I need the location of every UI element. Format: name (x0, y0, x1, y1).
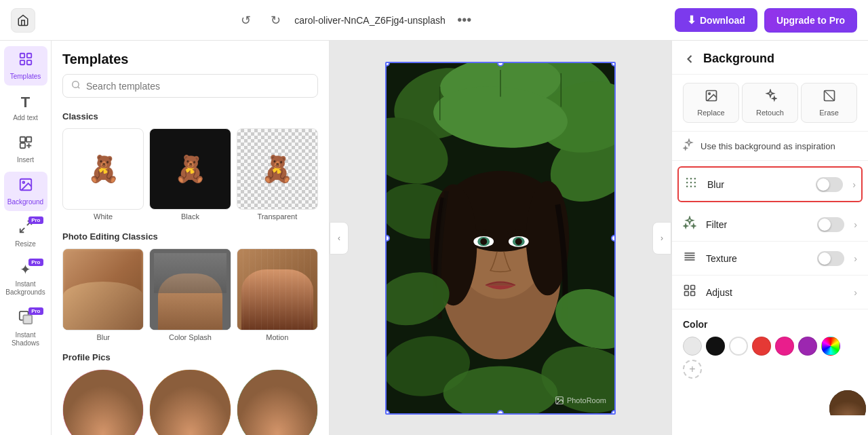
template-item-black[interactable]: 🧸 Black (149, 128, 231, 221)
svg-point-45 (557, 398, 559, 400)
templates-scroll: Classics 🧸 White 🧸 Black 🧸 (52, 106, 329, 435)
sidebar-item-insert[interactable]: Insert (4, 130, 47, 169)
sidebar-item-resize[interactable]: Pro Resize (4, 214, 47, 253)
search-box[interactable] (62, 74, 318, 98)
color-section: Color + (672, 309, 868, 388)
classics-section-title: Classics (62, 111, 318, 121)
swatch-light[interactable] (683, 337, 702, 356)
template-name-transparent: Transparent (257, 212, 297, 221)
profile-pics-section-title: Profile Pics (62, 352, 318, 362)
redo-button[interactable]: ↻ (264, 10, 286, 31)
template-name-blur: Blur (96, 333, 110, 341)
swatch-red[interactable] (752, 337, 771, 356)
svg-point-53 (686, 182, 688, 184)
tool-buttons: Replace Retouch Erase (672, 75, 868, 132)
insert-icon (18, 135, 33, 153)
background-icon (18, 177, 33, 195)
svg-line-14 (78, 87, 80, 89)
topbar: ↺ ↻ carol-oliver-NnCA_Z6Fjg4-unsplash ••… (0, 0, 868, 41)
tool-replace[interactable]: Replace (683, 83, 739, 123)
swatch-add-button[interactable]: + (683, 360, 702, 379)
svg-rect-2 (20, 60, 24, 64)
inspiration-row[interactable]: Use this background as inspiration (672, 132, 868, 161)
right-panel: Background Replace (671, 41, 868, 435)
sidebar-item-text[interactable]: T Add text (4, 88, 47, 127)
template-item-profile-1[interactable] (62, 369, 144, 435)
replace-label: Replace (697, 109, 724, 117)
search-input[interactable] (86, 81, 309, 92)
adjust-chevron: › (854, 287, 857, 298)
teddy-white: 🧸 (87, 154, 119, 184)
filter-feature-row[interactable]: Filter › (672, 208, 868, 242)
svg-rect-6 (20, 143, 24, 148)
adjust-label: Adjust (706, 287, 844, 298)
blur-feature-row[interactable]: Blur › (679, 168, 861, 201)
classics-grid: 🧸 White 🧸 Black 🧸 Transparent (62, 128, 318, 221)
pro-badge-resize: Pro (28, 216, 43, 224)
filter-icon (683, 216, 699, 233)
handle-top-right[interactable] (611, 62, 616, 67)
inspiration-icon (683, 138, 695, 153)
sidebar-item-background[interactable]: Background (4, 172, 47, 211)
sidebar-item-instant-shadows[interactable]: Pro InstantShadows (4, 305, 47, 353)
texture-feature-row[interactable]: Texture › (672, 242, 868, 276)
photo-editing-section-title: Photo Editing Classics (62, 231, 318, 242)
tool-retouch[interactable]: Retouch (742, 83, 798, 123)
canvas-toggle-left[interactable]: ‹ (330, 222, 349, 254)
handle-bottom-right[interactable] (611, 410, 616, 415)
download-button[interactable]: ⬇ Download (675, 8, 757, 32)
undo-button[interactable]: ↺ (235, 10, 256, 31)
replace-icon (705, 89, 718, 106)
template-item-motion[interactable]: Motion (237, 248, 318, 341)
template-item-white[interactable]: 🧸 White (62, 128, 144, 221)
swatch-rainbow[interactable] (821, 337, 840, 356)
erase-label: Erase (819, 109, 839, 117)
filter-chevron: › (854, 219, 857, 230)
adjust-feature-row[interactable]: Adjust › (672, 276, 868, 309)
home-button[interactable] (11, 8, 35, 33)
retouch-icon (764, 89, 777, 106)
template-thumb-color-splash (149, 248, 231, 330)
template-item-blur[interactable]: Blur (62, 248, 144, 341)
swatch-purple[interactable] (798, 337, 817, 356)
sidebar-item-templates[interactable]: Templates (4, 46, 47, 86)
svg-point-50 (686, 178, 688, 180)
texture-toggle[interactable] (817, 251, 844, 266)
svg-rect-63 (685, 286, 689, 290)
swatch-black[interactable] (706, 337, 725, 356)
more-options-button[interactable]: ••• (454, 10, 475, 31)
template-item-transparent[interactable]: 🧸 Transparent (237, 128, 318, 221)
text-icon: T (21, 94, 30, 111)
svg-rect-3 (26, 60, 31, 64)
sidebar-item-instant-backgrounds[interactable]: Pro ✦ InstantBackgrounds (4, 256, 47, 302)
svg-rect-66 (685, 292, 689, 296)
teddy-black: 🧸 (174, 154, 206, 184)
handle-bottom-middle[interactable] (497, 410, 504, 415)
svg-point-35 (480, 238, 487, 245)
filter-toggle[interactable] (817, 217, 844, 232)
watermark: PhotoRoom (555, 396, 606, 405)
canvas-toggle-right[interactable]: › (652, 222, 671, 254)
blur-feature-container: Blur › (677, 166, 863, 202)
handle-middle-right[interactable] (611, 235, 616, 242)
template-item-profile-2[interactable] (149, 369, 231, 435)
template-item-color-splash[interactable]: Color Splash (149, 248, 231, 341)
filter-label: Filter (706, 219, 810, 230)
swatch-pink[interactable] (775, 337, 794, 356)
back-button[interactable] (683, 52, 696, 66)
bottom-area (672, 388, 868, 415)
blur-toggle[interactable] (816, 177, 843, 192)
template-item-profile-3[interactable] (237, 369, 318, 435)
profile-pics-grid (62, 369, 318, 435)
swatch-white[interactable] (729, 337, 748, 356)
canvas-area: ‹ (330, 41, 671, 435)
svg-point-57 (690, 186, 692, 188)
upgrade-button[interactable]: Upgrade to Pro (764, 8, 857, 33)
svg-rect-1 (26, 54, 31, 58)
templates-icon (18, 52, 33, 70)
templates-panel: Templates Classics 🧸 White (52, 41, 330, 435)
main-layout: Templates T Add text Insert (0, 41, 868, 435)
color-swatches: + (683, 337, 857, 379)
tool-erase[interactable]: Erase (801, 83, 857, 123)
pro-badge-ibg: Pro (28, 259, 43, 266)
